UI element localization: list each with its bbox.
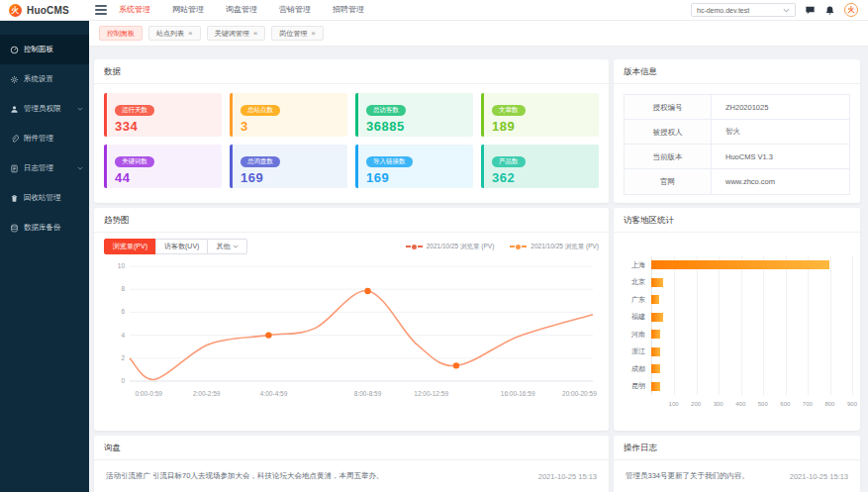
x-tick-label: 20:00-20:59 [562,390,597,397]
trend-metric-button[interactable]: 其他 [207,239,247,254]
x-tick-label: 600 [780,401,790,407]
panel-inquiry-title: 询盘 [94,436,609,460]
view-tab[interactable]: 关键词管理× [207,26,266,41]
view-tab[interactable]: 岗位管理× [271,26,324,41]
bar [651,382,660,391]
view-tab[interactable]: 站点列表× [148,26,201,41]
trend-metric-buttons: 浏览量(PV)访客数(UV)其他 [104,239,247,254]
bar-category-label: 上海 [622,260,645,270]
x-tick-label: 800 [824,401,834,407]
panel-oplog: 操作日志 管理员334号更新了关于我们的内容。2021-10-25 15:13 [614,436,860,492]
x-tick-label: 2:00-2:59 [193,390,221,397]
x-tick-label: 400 [735,401,745,407]
sidebar-item-1[interactable]: 控制面板 [0,35,89,64]
bar-track [651,295,852,304]
message-icon[interactable] [805,5,816,16]
bar-category-label: 昆明 [622,381,645,391]
bar-track [651,382,852,391]
panel-oplog-title: 操作日志 [614,436,860,460]
bar-category-label: 北京 [622,277,645,287]
legend-item[interactable]: 2021/10/25 浏览量 (PV) [406,243,495,251]
bar-category-label: 福建 [622,312,645,322]
bar-track [651,347,852,356]
close-icon[interactable]: × [188,30,193,38]
stat-card-value: 189 [492,119,591,134]
legend-marker [510,245,527,249]
nav-item[interactable]: 询盘管理 [226,0,257,20]
region-bar-chart: 上海北京广东福建河南浙江成都昆明100200300400500600700800… [622,256,856,425]
inquiry-item-text: 活动引流推广 引流目标70人去现场参加大会，科技论坛大会地点黄浦，本周五举办。 [106,471,383,481]
stat-card-badge: 导入链接数 [366,156,413,168]
sidebar-item-label: 日志管理 [24,163,53,173]
x-tick-label: 200 [691,401,701,407]
stat-card: 总站点数3 [230,93,347,137]
paperclip-icon [10,135,19,144]
data-point [265,332,271,338]
stat-card: 总访客数36885 [355,93,473,137]
inquiry-item[interactable]: 活动引流推广 引流目标70人去现场参加大会，科技论坛大会地点黄浦，本周五举办。2… [94,460,609,481]
menu-collapse-icon[interactable] [95,5,107,15]
avatar[interactable]: 火 [844,3,858,17]
bar-row: 浙江 [622,344,856,361]
sidebar-item-7[interactable]: 数据库备份 [0,213,89,243]
sidebar-item-6[interactable]: 回收站管理 [0,183,89,213]
close-icon[interactable]: × [311,30,316,38]
bar-track [651,313,852,322]
trend-metric-button[interactable]: 浏览量(PV) [104,239,156,254]
y-tick-label: 2 [121,354,125,361]
stat-card: 文章数189 [481,93,599,137]
legend-item[interactable]: 2021/10/25 浏览量 (PV) [510,243,599,251]
bar-row: 上海 [622,256,856,274]
bar-track [651,260,852,269]
trend-metric-button[interactable]: 访客数(UV) [155,239,208,254]
nav-item[interactable]: 营销管理 [279,0,311,20]
stat-card-badge: 总站点数 [241,105,280,117]
stat-card-value: 169 [366,170,465,185]
bar [651,295,659,304]
nav-item[interactable]: 系统管理 [119,0,150,20]
sidebar-item-5[interactable]: 日志管理 [0,153,89,183]
bar-row: 北京 [622,274,856,292]
stat-card-value: 169 [241,170,339,185]
trend-line-chart: 02468100:00-0:592:00-2:594:00-4:598:00-8… [104,258,599,407]
header-right: hc-demo.dev.test 火 [691,3,868,17]
stat-card-badge: 运行天数 [115,105,154,117]
nav-item[interactable]: 招聘管理 [333,0,364,20]
trend-metric-button-label: 浏览量(PV) [113,242,147,251]
bar-category-label: 成都 [622,364,645,374]
bar [651,278,663,287]
sidebar-item-3[interactable]: 管理员权限 [0,94,89,124]
x-tick-label: 300 [714,401,723,407]
version-row: 当前版本HuoCMS V1.3 [625,145,849,169]
view-tab-label: 控制面板 [107,29,135,39]
sidebar-item-4[interactable]: 附件管理 [0,124,89,153]
y-tick-label: 4 [121,332,125,339]
view-tab-label: 岗位管理 [279,29,307,39]
close-icon[interactable]: × [253,30,258,38]
y-tick-label: 8 [121,285,125,292]
version-row-label: 授权编号 [625,95,712,119]
panel-version-title: 版本信息 [614,59,860,84]
bar [651,364,660,373]
trash-icon [10,194,19,203]
x-tick-label: 16:00-16:59 [501,390,535,397]
oplog-item-text: 管理员334号更新了关于我们的内容。 [626,471,749,481]
nav-item[interactable]: 网站管理 [172,0,204,20]
version-row-value: 智火 [712,127,740,137]
oplog-item[interactable]: 管理员334号更新了关于我们的内容。2021-10-25 15:13 [614,460,860,481]
bell-icon[interactable] [824,5,835,16]
bar-rows: 上海北京广东福建河南浙江成都昆明 [622,256,856,395]
stat-cards: 运行天数334总站点数3总访客数36885文章数189关键词数44总询盘数169… [94,84,609,197]
gear-icon [10,75,19,84]
sidebar-item-2[interactable]: 系统设置 [0,64,89,94]
bar-x-axis: 100200300400500600700800900 [651,401,852,411]
site-selector[interactable]: hc-demo.dev.test [691,3,796,17]
oplog-item-time: 2021-10-25 15:13 [790,472,848,481]
sidebar-item-label: 控制面板 [24,45,53,54]
stat-card-badge: 总询盘数 [241,156,280,168]
bar-row: 广东 [622,291,856,309]
x-tick-label: 0:00-0:59 [135,390,162,397]
version-row: 官网www.zhco.com [625,169,849,194]
trend-metric-button-label: 访客数(UV) [164,242,199,251]
view-tab[interactable]: 控制面板 [99,26,143,41]
